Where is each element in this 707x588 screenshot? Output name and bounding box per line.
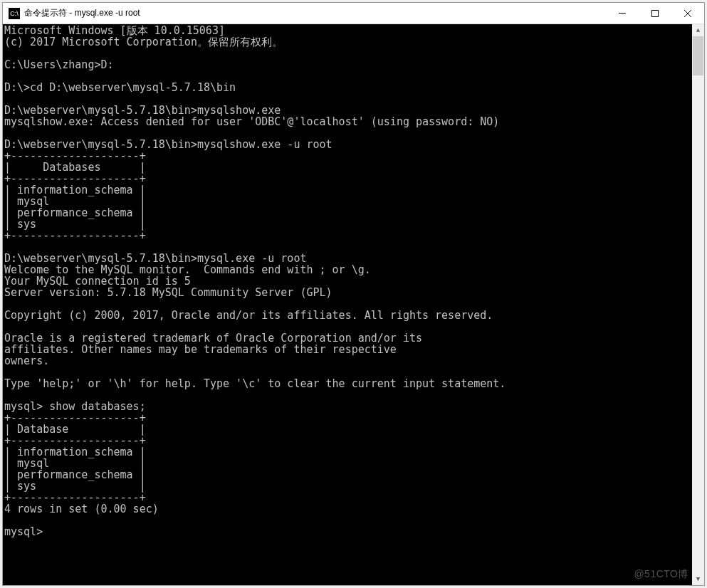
terminal-line: Copyright (c) 2000, 2017, Oracle and/or … [4, 309, 493, 322]
terminal-line: 4 rows in set (0.00 sec) [4, 503, 159, 515]
scrollbar-thumb[interactable] [693, 36, 703, 75]
terminal-line: D:\>cd D:\webserver\mysql-5.7.18\bin [4, 81, 236, 94]
terminal-line: C:\Users\zhang>D: [4, 58, 114, 71]
terminal-line: Server version: 5.7.18 MySQL Community S… [4, 286, 332, 299]
scroll-down-button[interactable]: ▼ [692, 573, 704, 585]
terminal-line: (c) 2017 Microsoft Corporation。保留所有权利。 [4, 36, 283, 48]
scroll-up-button[interactable]: ▲ [692, 24, 704, 36]
terminal-output[interactable]: Microsoft Windows [版本 10.0.15063] (c) 20… [3, 24, 692, 585]
window-controls [606, 3, 704, 23]
maximize-icon [651, 10, 659, 17]
svg-rect-1 [652, 10, 659, 16]
close-button[interactable] [671, 3, 704, 23]
close-icon [684, 10, 691, 17]
terminal-line: owners. [4, 355, 49, 367]
vertical-scrollbar[interactable]: ▲ ▼ [692, 24, 704, 585]
minimize-icon [619, 13, 626, 14]
command-prompt-window: C:\ 命令提示符 - mysql.exe -u root Microsoft … [2, 2, 705, 586]
terminal-line: mysql> [4, 525, 43, 538]
terminal-line: +--------------------+ [4, 229, 146, 242]
svg-rect-0 [619, 13, 626, 14]
terminal-line: mysqlshow.exe: Access denied for user 'O… [4, 115, 499, 128]
terminal-area: Microsoft Windows [版本 10.0.15063] (c) 20… [3, 24, 704, 585]
minimize-button[interactable] [606, 3, 639, 23]
terminal-line: affiliates. Other names may be trademark… [4, 343, 397, 356]
app-icon: C:\ [9, 8, 20, 19]
terminal-line: Type 'help;' or '\h' for help. Type '\c'… [4, 377, 506, 390]
titlebar[interactable]: C:\ 命令提示符 - mysql.exe -u root [3, 3, 704, 24]
window-title: 命令提示符 - mysql.exe -u root [24, 7, 606, 19]
maximize-button[interactable] [639, 3, 671, 23]
